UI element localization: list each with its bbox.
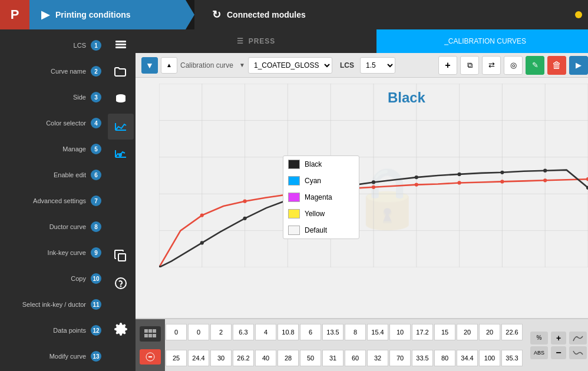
table-cancel-button[interactable]	[140, 349, 161, 365]
lcs-select[interactable]: 1.5	[360, 57, 395, 74]
data-cell-r1-7[interactable]: 13.5	[322, 324, 343, 340]
logo-letter: P	[11, 7, 19, 22]
delete-button[interactable]: 🗑	[547, 56, 566, 75]
label-advanced-settings: Advanced settings 7	[0, 188, 106, 214]
data-cell-r2-12[interactable]: 80	[434, 350, 455, 366]
data-cell-r2-10[interactable]: 70	[389, 350, 411, 366]
data-cell-r2-7[interactable]: 31	[322, 350, 343, 366]
up-arrow-button[interactable]: ▲	[161, 57, 177, 74]
data-cell-r2-3[interactable]: 26.2	[233, 350, 254, 366]
data-cell-r2-15[interactable]: 35.3	[501, 350, 523, 366]
minimize-button[interactable]	[575, 11, 582, 18]
modify-curve-badge: 13	[91, 351, 101, 362]
sidebar-item-data-points[interactable]	[108, 297, 134, 315]
printing-conditions-tab[interactable]: ▶ Printing conditions	[29, 0, 194, 29]
data-cell-r1-0[interactable]: 0	[166, 324, 187, 340]
target-button[interactable]: ◎	[504, 56, 523, 75]
data-cell-r1-11[interactable]: 17.2	[412, 324, 433, 340]
color-item-default[interactable]: Default	[283, 222, 359, 238]
data-cell-r2-11[interactable]: 33.5	[412, 350, 433, 366]
sidebar-item-enable-edit[interactable]	[108, 168, 134, 186]
content-area: ☰ PRESS ⎯ CALIBRATION CURVES ▼ ▲ Calibra…	[136, 29, 588, 371]
data-cell-r2-14[interactable]: 100	[479, 350, 500, 366]
data-cell-r2-1[interactable]: 24.4	[188, 350, 209, 366]
data-cell-r2-5[interactable]: 28	[278, 350, 299, 366]
sidebar-item-color-selector[interactable]	[108, 114, 134, 140]
copy-icon	[114, 249, 128, 263]
sidebar-item-copy[interactable]	[108, 243, 134, 269]
top-bar-right	[569, 0, 588, 29]
data-cell-r2-8[interactable]: 60	[345, 350, 366, 366]
color-selector-label-text: Color selector	[5, 120, 91, 127]
enable-edit-label-text: Enable edit	[5, 171, 91, 178]
data-cell-r2-2[interactable]: 30	[210, 350, 232, 366]
tab-press[interactable]: ☰ PRESS	[136, 29, 376, 53]
chart-area: Black 🔒	[136, 78, 588, 318]
export-button[interactable]: ▶	[569, 56, 588, 75]
data-cell-r1-5[interactable]: 10.8	[278, 324, 299, 340]
color-item-magenta[interactable]: Magenta	[283, 189, 359, 206]
top-bar: P ▶ Printing conditions ↻ Connected modu…	[0, 0, 588, 29]
data-cell-r1-13[interactable]: 20	[457, 324, 478, 340]
percent-button[interactable]: %	[530, 332, 548, 344]
data-row-2: 2524.43026.24028503160327033.58034.41003…	[165, 345, 523, 371]
data-cell-r1-4[interactable]: 4	[255, 324, 276, 340]
sidebar-item-advanced-settings[interactable]	[108, 187, 134, 204]
left-panel: LCS 1 Curve name 2 Side 3 Color selector…	[0, 29, 136, 371]
refresh-button[interactable]: ⇄	[482, 56, 501, 75]
data-points-badge: 12	[91, 325, 101, 336]
edit-button[interactable]: ✎	[526, 56, 544, 75]
curve-up-icon	[572, 334, 584, 342]
toolbar: ▼ ▲ Calibration curve ▼ 1_COATED_GLOSS L…	[136, 53, 588, 78]
svg-rect-70	[153, 329, 156, 333]
abs-button[interactable]: ABS	[530, 346, 548, 359]
sidebar-item-manage[interactable]	[108, 141, 134, 167]
data-cell-r1-14[interactable]: 20	[479, 324, 500, 340]
data-cell-r2-9[interactable]: 32	[367, 350, 388, 366]
color-item-black[interactable]: Black	[283, 156, 359, 173]
sidebar-item-modify-curve[interactable]	[108, 316, 134, 342]
data-cell-r1-9[interactable]: 15.4	[367, 324, 388, 340]
color-item-yellow[interactable]: Yellow	[283, 206, 359, 222]
svg-point-59	[243, 217, 246, 220]
data-cell-r1-8[interactable]: 8	[345, 324, 366, 340]
sidebar-item-select-ink-key[interactable]	[108, 270, 134, 296]
sidebar-item-side[interactable]	[108, 87, 134, 112]
yellow-label: Yellow	[305, 210, 325, 218]
sidebar-item-curve-name[interactable]	[108, 59, 134, 85]
wave-button-top[interactable]	[569, 332, 587, 344]
copy-toolbar-button[interactable]: ⧉	[460, 56, 479, 75]
connected-modules-tab[interactable]: ↻ Connected modules	[194, 0, 569, 29]
plus-button[interactable]: +	[551, 332, 566, 344]
down-arrow-button[interactable]: ▼	[141, 57, 158, 74]
data-cell-r1-2[interactable]: 2	[210, 324, 232, 340]
data-cell-r1-15[interactable]: 22.6	[501, 324, 523, 340]
data-cell-r1-3[interactable]: 6.3	[233, 324, 254, 340]
label-color-selector: Color selector 4	[0, 110, 106, 136]
data-cell-r2-6[interactable]: 50	[300, 350, 321, 366]
sidebar-item-ink-key-curve[interactable]	[108, 224, 134, 242]
press-tab-label: PRESS	[249, 37, 276, 45]
sidebar-item-ductor-curve[interactable]	[108, 206, 134, 223]
svg-rect-73	[153, 334, 156, 337]
svg-point-66	[543, 169, 547, 173]
data-cell-r1-10[interactable]: 10	[389, 324, 411, 340]
table-grid-button[interactable]	[140, 326, 161, 342]
sidebar-item-lcs[interactable]	[108, 32, 134, 58]
add-button[interactable]: +	[438, 56, 457, 75]
data-cell-r2-4[interactable]: 40	[255, 350, 276, 366]
svg-point-64	[457, 173, 461, 176]
data-cell-r1-12[interactable]: 15	[434, 324, 455, 340]
manage-badge: 5	[91, 144, 101, 154]
data-cell-r1-6[interactable]: 6	[300, 324, 321, 340]
wave-button-bottom[interactable]	[569, 346, 587, 359]
logo: P	[0, 0, 29, 29]
curve-name-select[interactable]: 1_COATED_GLOSS	[248, 57, 332, 74]
color-item-cyan[interactable]: Cyan	[283, 173, 359, 189]
calibration-icon	[114, 120, 128, 134]
data-cell-r1-1[interactable]: 0	[188, 324, 209, 340]
minus-button[interactable]: −	[551, 346, 566, 359]
data-cell-r2-13[interactable]: 34.4	[457, 350, 478, 366]
data-cell-r2-0[interactable]: 25	[166, 350, 187, 366]
tab-calibration[interactable]: ⎯ CALIBRATION CURVES	[376, 29, 588, 53]
